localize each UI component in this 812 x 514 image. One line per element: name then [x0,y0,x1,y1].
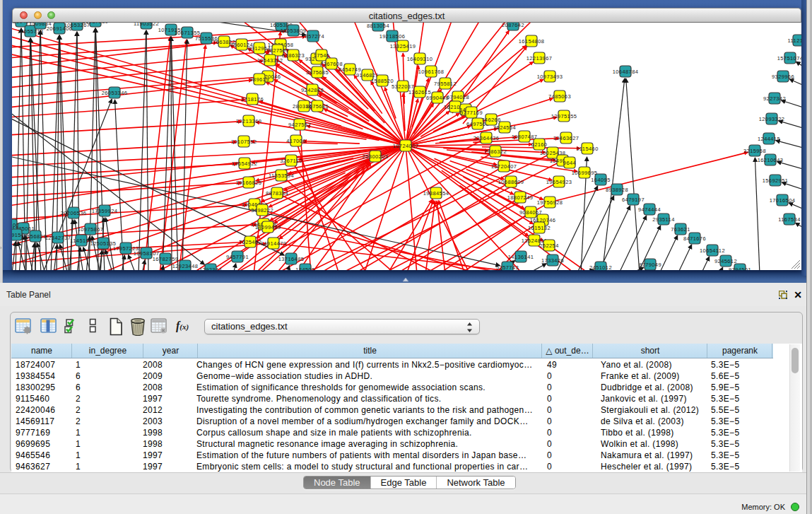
svg-text:1588520: 1588520 [371,78,394,84]
svg-text:9777169: 9777169 [460,110,483,116]
svg-text:14099489: 14099489 [255,224,281,230]
svg-text:9427552: 9427552 [288,122,311,128]
svg-text:746266: 746266 [481,117,500,123]
svg-text:8471676: 8471676 [683,235,706,242]
svg-text:7986322: 7986322 [484,148,507,155]
svg-text:12975155: 12975155 [551,113,577,119]
svg-text:1167534: 1167534 [778,216,800,223]
svg-text:9794501: 9794501 [729,267,751,270]
svg-text:19218506: 19218506 [379,33,406,40]
svg-text:2718176: 2718176 [241,96,264,103]
svg-text:19384554: 19384554 [423,190,449,197]
svg-text:7857274: 7857274 [302,33,324,40]
svg-text:989619: 989619 [249,76,269,83]
svg-text:2087642: 2087642 [502,23,524,28]
svg-text:25300203: 25300203 [363,153,389,160]
svg-text:10654112: 10654112 [700,247,725,254]
svg-text:12923448: 12923448 [172,263,199,269]
svg-text:17016504: 17016504 [770,197,796,204]
svg-text:17546: 17546 [314,52,330,59]
svg-text:3624554: 3624554 [493,124,516,131]
svg-text:19166825: 19166825 [236,180,262,186]
svg-text:10699695: 10699695 [572,170,598,176]
svg-text:3498222: 3498222 [251,207,273,214]
svg-text:252254: 252254 [539,243,558,249]
svg-text:15720407: 15720407 [491,163,517,170]
svg-text:9329966: 9329966 [772,74,794,80]
svg-text:6479197: 6479197 [622,197,645,203]
svg-text:3875685: 3875685 [306,69,329,76]
svg-text:9474444: 9474444 [638,206,661,213]
svg-text:6990448: 6990448 [426,95,449,101]
svg-text:20364436: 20364436 [473,135,500,141]
svg-text:7955812: 7955812 [434,81,457,87]
svg-text:10807487: 10807487 [512,134,538,140]
svg-text:11353594: 11353594 [269,173,294,179]
svg-text:13716485: 13716485 [278,256,305,262]
svg-text:9115460: 9115460 [576,146,598,152]
svg-text:11903522: 11903522 [134,23,159,27]
svg-text:417006: 417006 [286,138,305,144]
svg-text:763621: 763621 [671,226,690,233]
svg-text:19654923: 19654923 [546,179,572,185]
svg-text:9245612: 9245612 [714,258,737,264]
svg-text:10688609: 10688609 [498,179,524,185]
svg-text:10973493: 10973493 [537,74,563,80]
svg-text:16037939: 16037939 [83,23,109,25]
svg-text:5257743: 5257743 [496,264,519,270]
svg-text:20206536: 20206536 [61,210,87,216]
svg-text:1615132: 1615132 [528,225,551,231]
svg-text:8878334: 8878334 [266,190,288,197]
svg-text:14914479: 14914479 [261,240,287,247]
svg-text:124505: 124505 [295,267,314,270]
svg-text:1156829: 1156829 [24,233,46,240]
svg-text:10543362: 10543362 [257,57,283,64]
svg-text:14136141: 14136141 [508,254,534,260]
svg-text:13325419: 13325419 [390,43,416,49]
svg-text:9644: 9644 [563,160,576,166]
svg-text:9242848: 9242848 [301,87,324,93]
svg-text:1145194: 1145194 [70,238,92,244]
svg-text:10463627: 10463627 [553,135,579,141]
svg-text:62160: 62160 [531,141,548,148]
svg-text:9457791: 9457791 [226,254,249,260]
svg-text:18807249: 18807249 [507,194,534,201]
svg-text:2451012: 2451012 [589,264,612,270]
svg-text:3215958: 3215958 [743,148,766,154]
svg-text:10961768: 10961768 [418,69,445,75]
svg-text:1733426: 1733426 [541,257,564,264]
svg-text:26053346: 26053346 [102,90,128,96]
svg-text:17359924: 17359924 [92,208,118,214]
svg-text:18724007: 18724007 [393,143,419,149]
svg-text:7485063: 7485063 [548,93,571,100]
svg-text:8675685: 8675685 [306,103,329,110]
svg-text:1112131: 1112131 [788,37,801,44]
svg-text:16210643: 16210643 [758,157,784,163]
svg-text:16154808: 16154808 [519,38,545,45]
svg-text:2935114: 2935114 [652,216,674,223]
svg-text:16782759: 16782759 [153,256,179,262]
svg-text:164095: 164095 [591,177,610,183]
svg-text:8938928: 8938928 [606,187,628,193]
svg-text:1244415: 1244415 [758,136,780,142]
svg-text:12342737: 12342737 [45,235,71,241]
svg-text:1292344: 1292344 [199,267,222,270]
svg-text:15692951: 15692951 [763,177,789,184]
svg-text:19756928: 19756928 [537,199,563,206]
svg-text:9227342: 9227342 [763,95,786,102]
svg-text:16409310: 16409310 [407,56,433,62]
svg-text:8813054: 8813054 [367,23,389,29]
svg-text:10107552: 10107552 [231,139,257,145]
svg-text:10648784: 10648784 [613,69,639,75]
svg-text:12093322: 12093322 [759,116,785,122]
svg-text:39154: 39154 [12,232,24,238]
svg-text:15751074: 15751074 [777,55,801,62]
svg-text:6794028: 6794028 [447,94,469,100]
svg-text:8779049: 8779049 [639,262,661,268]
svg-text:8186323: 8186323 [282,52,305,59]
svg-text:7625402: 7625402 [239,239,261,245]
svg-text:12213369: 12213369 [236,118,262,124]
svg-text:10975867: 10975867 [78,226,104,233]
svg-text:3267110: 3267110 [280,158,302,164]
svg-text:12213967: 12213967 [526,55,553,62]
